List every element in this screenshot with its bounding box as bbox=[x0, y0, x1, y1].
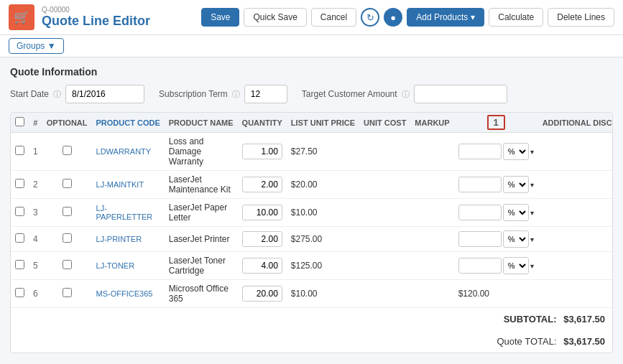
row-list-unit-price: $27.50 bbox=[287, 133, 359, 171]
row-optional bbox=[42, 252, 92, 280]
row-unit-cost bbox=[359, 171, 410, 199]
disc-type-select-0[interactable]: %$ bbox=[503, 143, 529, 160]
row-markup bbox=[410, 280, 453, 308]
disc-type-select-2[interactable]: %$ bbox=[503, 204, 529, 221]
row-list-unit-price: $10.00 bbox=[287, 280, 359, 308]
optional-checkbox-4[interactable] bbox=[63, 260, 72, 269]
row-checkbox-0[interactable] bbox=[15, 146, 24, 155]
table-row: 3 LJ-PAPERLETTER LaserJet Paper Letter $… bbox=[11, 199, 613, 227]
row-checkbox-5[interactable] bbox=[15, 288, 24, 297]
row-markup bbox=[410, 227, 453, 252]
row-quantity[interactable] bbox=[238, 133, 287, 171]
row-num: 4 bbox=[29, 227, 42, 252]
markup-header: MARKUP bbox=[410, 113, 453, 133]
disc-type-select-1[interactable]: %$ bbox=[503, 176, 529, 193]
groups-button[interactable]: Groups ▼ bbox=[9, 38, 64, 54]
row-optional bbox=[42, 199, 92, 227]
quantity-input-3[interactable] bbox=[242, 231, 282, 247]
product-code-header: PRODUCT CODE bbox=[92, 113, 165, 133]
row-quantity[interactable] bbox=[238, 227, 287, 252]
row-additional-disc bbox=[538, 133, 613, 171]
quote-lines-table: # OPTIONAL PRODUCT CODE PRODUCT NAME QUA… bbox=[10, 112, 613, 353]
quantity-input-4[interactable] bbox=[242, 258, 282, 274]
quantity-input-0[interactable] bbox=[242, 144, 282, 159]
optional-checkbox-5[interactable] bbox=[63, 288, 72, 297]
subtotal-row: SUBTOTAL: $3,617.50 bbox=[11, 308, 612, 330]
row-checkbox-3[interactable] bbox=[15, 233, 24, 243]
loading-icon[interactable]: ● bbox=[384, 8, 402, 27]
save-button[interactable]: Save bbox=[201, 8, 239, 27]
num-header: # bbox=[29, 113, 42, 133]
quote-total-label: Quote TOTAL: bbox=[497, 336, 556, 347]
optional-checkbox-2[interactable] bbox=[63, 207, 72, 216]
target-customer-label: Target Customer Amount bbox=[302, 89, 397, 99]
delete-lines-button[interactable]: Delete Lines bbox=[548, 8, 614, 27]
row-checkbox-2[interactable] bbox=[15, 207, 24, 216]
quantity-input-2[interactable] bbox=[242, 205, 282, 220]
row-optional bbox=[42, 280, 92, 308]
row-product-name: Loss and Damage Warranty bbox=[165, 133, 238, 171]
row-addon: $120.00 bbox=[454, 280, 538, 308]
calculate-button[interactable]: Calculate bbox=[489, 8, 543, 27]
additional-disc-input-2[interactable] bbox=[458, 205, 502, 220]
additional-disc-input-3[interactable] bbox=[458, 231, 502, 247]
row-checkbox-4[interactable] bbox=[15, 260, 24, 269]
cancel-button[interactable]: Cancel bbox=[311, 8, 356, 27]
row-checkbox-1[interactable] bbox=[15, 179, 24, 188]
table-header-row: # OPTIONAL PRODUCT CODE PRODUCT NAME QUA… bbox=[11, 113, 613, 133]
product-name-header: PRODUCT NAME bbox=[165, 113, 238, 133]
additional-disc-label-header: ADDITIONAL DISC. bbox=[538, 113, 613, 133]
start-date-label: Start Date bbox=[10, 89, 49, 99]
row-product-name: LaserJet Toner Cartridge bbox=[165, 252, 238, 280]
row-product-name: LaserJet Printer bbox=[165, 227, 238, 252]
row-list-unit-price: $125.00 bbox=[287, 252, 359, 280]
row-additional-disc bbox=[538, 252, 613, 280]
row-quantity[interactable] bbox=[238, 280, 287, 308]
row-additional-disc bbox=[538, 227, 613, 252]
quote-total-value: $3,617.50 bbox=[563, 336, 605, 347]
subscription-term-label: Subscription Term bbox=[159, 89, 228, 99]
table-row: 6 MS-OFFICE365 Microsoft Office 365 $10.… bbox=[11, 280, 613, 308]
optional-checkbox-3[interactable] bbox=[63, 233, 72, 243]
app-icon: 🛒 bbox=[9, 4, 34, 30]
row-num: 3 bbox=[29, 199, 42, 227]
row-optional bbox=[42, 171, 92, 199]
quantity-input-1[interactable] bbox=[242, 177, 282, 192]
row-quantity[interactable] bbox=[238, 171, 287, 199]
additional-disc-input-4[interactable] bbox=[458, 258, 502, 274]
row-product-code: LJ-MAINTKIT bbox=[92, 171, 165, 199]
page-title: Quote Line Editor bbox=[42, 14, 150, 29]
add-products-button[interactable]: Add Products ▾ bbox=[407, 8, 484, 27]
subscription-term-input[interactable] bbox=[244, 85, 287, 103]
target-customer-input[interactable] bbox=[414, 85, 507, 103]
select-all-checkbox[interactable] bbox=[15, 117, 24, 126]
section-title: Quote Information bbox=[10, 66, 613, 78]
additional-disc-input-1[interactable] bbox=[458, 177, 502, 192]
row-list-unit-price: $275.00 bbox=[287, 227, 359, 252]
subtotal-label: SUBTOTAL: bbox=[504, 314, 557, 325]
row-addon: %$▾ bbox=[454, 199, 538, 227]
optional-checkbox-1[interactable] bbox=[63, 179, 72, 188]
row-quantity[interactable] bbox=[238, 252, 287, 280]
quantity-input-5[interactable] bbox=[242, 286, 282, 302]
unit-cost-header: UNIT COST bbox=[359, 113, 410, 133]
subscription-term-info-icon: ⓘ bbox=[232, 89, 240, 100]
additional-disc-input-0[interactable] bbox=[458, 144, 502, 159]
row-addon: %$▾ bbox=[454, 227, 538, 252]
list-unit-price-header: LIST UNIT PRICE bbox=[287, 113, 359, 133]
row-num: 2 bbox=[29, 171, 42, 199]
row-unit-cost bbox=[359, 280, 410, 308]
highlighted-num: 1 bbox=[487, 115, 505, 130]
chevron-icon: ▾ bbox=[530, 235, 534, 243]
row-product-name: LaserJet Paper Letter bbox=[165, 199, 238, 227]
row-num: 5 bbox=[29, 252, 42, 280]
row-quantity[interactable] bbox=[238, 199, 287, 227]
form-row: Start Date ⓘ Subscription Term ⓘ Target … bbox=[10, 85, 613, 103]
start-date-input[interactable] bbox=[65, 85, 144, 103]
disc-type-select-3[interactable]: %$ bbox=[503, 230, 529, 248]
disc-type-select-4[interactable]: %$ bbox=[503, 257, 529, 274]
quick-save-button[interactable]: Quick Save bbox=[244, 8, 306, 27]
row-product-code: LJ-PAPERLETTER bbox=[92, 199, 165, 227]
refresh-icon[interactable]: ↻ bbox=[361, 8, 379, 27]
optional-checkbox-0[interactable] bbox=[63, 146, 72, 155]
